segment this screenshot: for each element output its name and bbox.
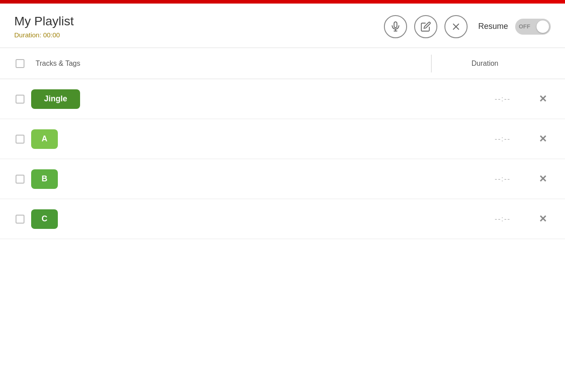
tag-c[interactable]: C: [31, 209, 58, 229]
top-bar: [0, 0, 565, 4]
row-duration-a: --:--: [476, 135, 529, 143]
row-checkbox-cell-c: [9, 215, 31, 224]
delete-button-c[interactable]: ✕: [535, 212, 550, 226]
pencil-icon: [420, 21, 431, 32]
row-checkbox-c[interactable]: [16, 215, 24, 224]
row-duration-c: --:--: [476, 215, 529, 223]
svg-rect-0: [394, 22, 397, 28]
tag-jingle[interactable]: Jingle: [31, 89, 80, 109]
delete-button-a[interactable]: ✕: [535, 132, 550, 146]
close-button[interactable]: [444, 15, 468, 38]
track-row: A --:-- ✕: [0, 119, 565, 159]
microphone-button[interactable]: [384, 15, 407, 38]
resume-label: Resume: [478, 22, 508, 31]
row-checkbox-jingle[interactable]: [16, 95, 24, 104]
empty-row: [0, 239, 565, 266]
resume-toggle[interactable]: OFF: [515, 19, 551, 35]
select-all-checkbox[interactable]: [16, 59, 24, 68]
tag-b[interactable]: B: [31, 169, 58, 189]
col-duration-header: Duration: [440, 60, 529, 68]
header-checkbox-cell: [9, 59, 31, 68]
app-container: My Playlist Duration: 00:00: [0, 0, 565, 392]
row-checkbox-cell-b: [9, 175, 31, 184]
header-left: My Playlist Duration: 00:00: [14, 14, 74, 39]
track-row: C --:-- ✕: [0, 199, 565, 239]
row-checkbox-b[interactable]: [16, 175, 24, 184]
edit-button[interactable]: [414, 15, 437, 38]
row-checkbox-a[interactable]: [16, 135, 24, 144]
playlist-duration: Duration: 00:00: [14, 31, 74, 39]
track-row: B --:-- ✕: [0, 159, 565, 199]
col-tracks-header: Tracks & Tags: [31, 60, 422, 68]
track-row: Jingle --:-- ✕: [0, 79, 565, 119]
x-icon: [451, 21, 461, 32]
toggle-text: OFF: [519, 23, 530, 30]
header: My Playlist Duration: 00:00: [0, 4, 565, 48]
row-checkbox-cell-jingle: [9, 95, 31, 104]
toggle-knob: [537, 20, 549, 33]
col-divider: [431, 55, 432, 72]
table-header: Tracks & Tags Duration: [0, 48, 565, 79]
microphone-icon: [390, 21, 401, 32]
playlist-title: My Playlist: [14, 14, 74, 28]
row-action-a: ✕: [529, 132, 556, 146]
row-action-jingle: ✕: [529, 92, 556, 106]
header-controls: Resume OFF: [384, 15, 551, 38]
row-duration-b: --:--: [476, 175, 529, 183]
row-action-b: ✕: [529, 172, 556, 186]
tag-a[interactable]: A: [31, 129, 58, 149]
delete-button-b[interactable]: ✕: [535, 172, 550, 186]
row-duration-jingle: --:--: [476, 95, 529, 103]
row-action-c: ✕: [529, 212, 556, 226]
delete-button-jingle[interactable]: ✕: [535, 92, 550, 106]
row-checkbox-cell-a: [9, 135, 31, 144]
